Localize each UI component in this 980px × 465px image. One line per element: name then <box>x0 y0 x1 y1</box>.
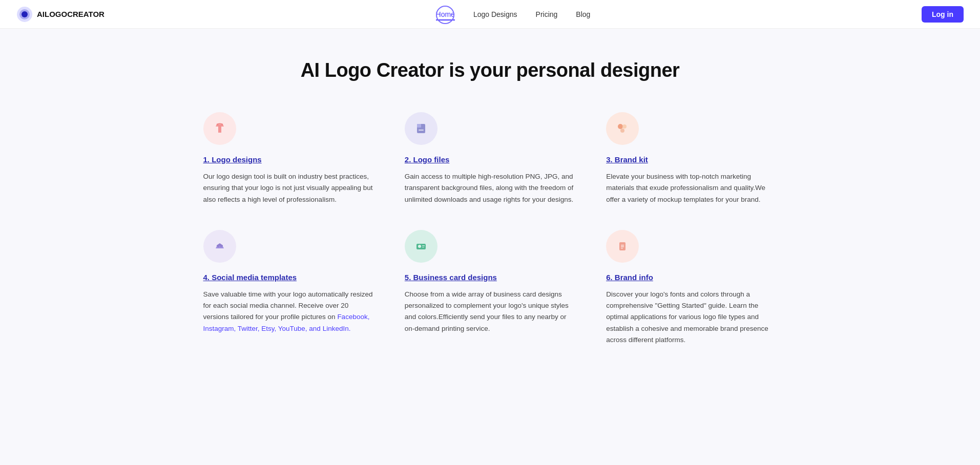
svg-point-7 <box>622 124 627 129</box>
nav-link-home[interactable]: Home <box>436 10 455 20</box>
nav-pricing-item: Pricing <box>536 10 558 19</box>
feature-card-4: 4. Social media templates Save valuable … <box>203 230 374 346</box>
svg-rect-15 <box>621 246 624 247</box>
nav-logo-designs-item: Logo Designs <box>473 10 517 19</box>
svg-point-6 <box>618 124 623 129</box>
svg-rect-12 <box>422 247 424 248</box>
feature-card-3: 3. Brand kit Elevate your business with … <box>606 112 777 205</box>
feature-icon-logo-designs <box>203 112 236 145</box>
svg-rect-16 <box>621 248 623 249</box>
svg-rect-14 <box>621 245 624 246</box>
feature-desc-1: Our logo design tool is built on industr… <box>203 171 374 205</box>
logo-link[interactable]: AILOGOCREATOR <box>16 6 105 23</box>
svg-point-2 <box>22 11 28 17</box>
svg-point-8 <box>620 129 624 133</box>
feature-title-3: 3. Brand kit <box>606 155 648 164</box>
nav-home-item: Home <box>436 10 455 19</box>
feature-icon-brand-info <box>606 230 639 263</box>
svg-point-10 <box>418 245 421 248</box>
feature-card-2: 2. Logo files Gain access to multiple hi… <box>405 112 575 205</box>
main-content: AI Logo Creator is your personal designe… <box>183 29 798 366</box>
feature-icon-business-card <box>405 230 437 263</box>
feature-title-6: 6. Brand info <box>606 273 653 282</box>
feature-title-1: 1. Logo designs <box>203 155 262 164</box>
feature-icon-logo-files <box>405 112 437 145</box>
feature-title-4: 4. Social media templates <box>203 273 297 282</box>
login-button[interactable]: Log in <box>922 6 964 23</box>
feature-desc-5: Choose from a wide array of business car… <box>405 289 575 334</box>
social-link-facebook[interactable]: Facebook, Instagram, Twitter, Etsy, YouT… <box>203 313 370 332</box>
logo-icon <box>16 6 33 23</box>
feature-icon-social-media <box>203 230 236 263</box>
feature-title-2: 2. Logo files <box>405 155 450 164</box>
svg-rect-5 <box>419 130 424 131</box>
svg-rect-11 <box>422 245 425 246</box>
svg-rect-9 <box>416 244 426 249</box>
feature-desc-4: Save valuable time with your logo automa… <box>203 289 374 334</box>
page-title: AI Logo Creator is your personal designe… <box>203 59 777 81</box>
nav-link-blog[interactable]: Blog <box>576 10 590 18</box>
feature-card-5: 5. Business card designs Choose from a w… <box>405 230 575 346</box>
feature-desc-2: Gain access to multiple high-resolution … <box>405 171 575 205</box>
nav-link-logo-designs[interactable]: Logo Designs <box>473 10 517 18</box>
navbar: AILOGOCREATOR Home Logo Designs Pricing … <box>0 0 980 29</box>
feature-card-1: 1. Logo designs Our logo design tool is … <box>203 112 374 205</box>
features-grid: 1. Logo designs Our logo design tool is … <box>203 112 777 346</box>
feature-title-5: 5. Business card designs <box>405 273 497 282</box>
logo-text: AILOGOCREATOR <box>37 10 105 18</box>
svg-rect-4 <box>417 124 421 128</box>
nav-links: Home Logo Designs Pricing Blog <box>436 10 591 19</box>
nav-blog-item: Blog <box>576 10 590 19</box>
feature-desc-6: Discover your logo's fonts and colors th… <box>606 289 777 346</box>
feature-card-6: 6. Brand info Discover your logo's fonts… <box>606 230 777 346</box>
feature-desc-3: Elevate your business with top-notch mar… <box>606 171 777 205</box>
nav-link-pricing[interactable]: Pricing <box>536 10 558 18</box>
feature-icon-brand-kit <box>606 112 639 145</box>
